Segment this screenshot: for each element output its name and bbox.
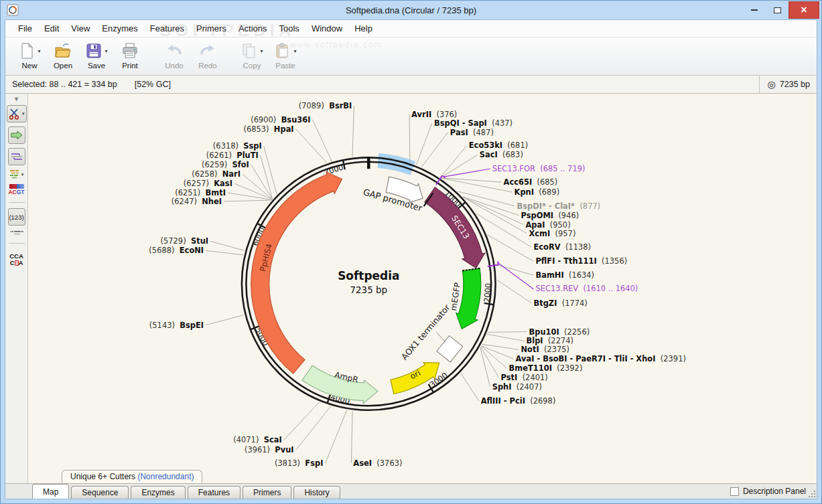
tab-sequence[interactable]: Sequence xyxy=(71,486,129,499)
enzyme-label[interactable]: BtgZI (1774) xyxy=(533,298,587,307)
paste-button[interactable]: ▾ Paste xyxy=(271,40,300,71)
tab-map[interactable]: Map xyxy=(32,484,69,499)
collapse-chevron-icon[interactable]: ▼ xyxy=(13,96,19,102)
enzyme-label[interactable]: KpnI (689) xyxy=(515,187,560,197)
enzyme-label[interactable]: BlpI (2274) xyxy=(526,336,573,345)
save-button[interactable]: ▾ Save xyxy=(82,40,111,71)
menu-window[interactable]: Window xyxy=(305,21,348,35)
menu-tools[interactable]: Tools xyxy=(273,21,305,35)
menu-features[interactable]: Features xyxy=(144,21,190,35)
enzyme-label[interactable]: Eco53kI (681) xyxy=(469,141,528,150)
redo-button[interactable]: Redo xyxy=(193,40,222,71)
open-button[interactable]: Open xyxy=(48,40,78,71)
enzyme-label[interactable]: (6247) NheI xyxy=(172,196,222,205)
ruler-button[interactable] xyxy=(10,230,23,236)
sequence-colors-button[interactable]: ACGT xyxy=(8,184,24,195)
dropdown-arrow-icon[interactable]: ▾ xyxy=(38,48,40,54)
cutters-filter-badge[interactable]: Unique 6+ Cutters (Nonredundant) xyxy=(62,470,202,483)
numbering-button[interactable]: (123) xyxy=(8,208,25,226)
enzyme-label[interactable]: (6261) PluTI xyxy=(206,151,259,160)
description-panel-checkbox[interactable] xyxy=(730,487,739,496)
enzyme-label[interactable]: PasI (487) xyxy=(450,127,494,137)
enzyme-label[interactable]: BamHI (1634) xyxy=(535,270,594,280)
menu-edit[interactable]: Edit xyxy=(38,21,65,35)
close-button[interactable]: × xyxy=(789,1,819,19)
enzyme-label[interactable]: ApaI (950) xyxy=(525,220,570,229)
plasmid-length: 7235 bp xyxy=(350,285,387,295)
enzyme-label[interactable]: (6853) HpaI xyxy=(243,124,293,133)
dropdown-arrow-icon[interactable]: ▾ xyxy=(22,111,25,116)
resize-grip[interactable] xyxy=(809,491,815,497)
dropdown-arrow-icon[interactable]: ▾ xyxy=(260,48,263,54)
enzyme-label[interactable]: AvrII (376) xyxy=(411,109,457,118)
enzyme-label[interactable]: (5688) EcoNI xyxy=(149,246,204,255)
enzyme-label[interactable]: (5143) BspEI xyxy=(149,320,204,329)
enzyme-leader-line xyxy=(480,347,498,377)
enzyme-label[interactable]: (6251) BmtI xyxy=(175,187,226,197)
enzyme-leader-line xyxy=(482,344,519,349)
dropdown-arrow-icon[interactable]: ▾ xyxy=(105,48,107,54)
primer-label[interactable]: SEC13.FOR (685 .. 719) xyxy=(492,164,586,173)
dropdown-arrow-icon[interactable]: ▾ xyxy=(293,48,296,54)
menu-actions[interactable]: Actions xyxy=(232,21,273,35)
enzymes-visibility-button[interactable]: ▾ xyxy=(7,105,27,122)
enzyme-label[interactable]: BspDI* - ClaI* (877) xyxy=(517,201,601,210)
enzyme-label[interactable]: (3813) FspI xyxy=(275,458,324,468)
undo-icon xyxy=(165,42,184,60)
enzyme-label[interactable]: Bpu10I (2256) xyxy=(529,327,590,336)
enzyme-label[interactable]: AflIII - PciI (2698) xyxy=(481,396,556,405)
tab-history[interactable]: History xyxy=(293,486,340,499)
enzyme-label[interactable]: NotI (2375) xyxy=(521,345,570,354)
maximize-button[interactable] xyxy=(766,3,789,17)
enzyme-label[interactable]: (6900) Bsu36I xyxy=(251,114,310,124)
tab-enzymes[interactable]: Enzymes xyxy=(131,486,185,499)
copy-button[interactable]: ▾ Copy xyxy=(237,40,267,71)
enzyme-label[interactable]: SacI (683) xyxy=(480,150,523,159)
plasmid-title: Softpedia xyxy=(338,269,399,282)
nonredundant-link[interactable]: (Nonredundant) xyxy=(137,472,194,481)
enzyme-label[interactable]: (4071) ScaI xyxy=(233,435,281,444)
print-button[interactable]: Print xyxy=(115,40,145,71)
enzyme-label[interactable]: AvaI - BsoBI - PaeR7I - TliI - XhoI (239… xyxy=(516,354,686,363)
enzyme-label[interactable]: XcmI (957) xyxy=(529,228,575,238)
plasmid-map-canvas[interactable]: 1000200030004000500060007000PpHIS4GAP pr… xyxy=(28,94,817,483)
minimize-button[interactable] xyxy=(743,3,766,17)
enzyme-label[interactable]: EcoRV (1138) xyxy=(533,242,591,252)
features-visibility-button[interactable] xyxy=(8,127,25,144)
enzyme-label[interactable]: PspOMI (946) xyxy=(521,210,579,220)
primer-label[interactable]: SEC13.REV (1610 .. 1640) xyxy=(535,284,638,294)
enzyme-label[interactable]: PstI (2401) xyxy=(501,373,548,382)
dropdown-arrow-icon[interactable]: ▾ xyxy=(21,172,24,177)
enzyme-label[interactable]: (3961) PvuI xyxy=(245,445,294,454)
menu-enzymes[interactable]: Enzymes xyxy=(96,21,143,35)
printer-icon xyxy=(121,42,139,60)
feature-box[interactable] xyxy=(437,335,463,361)
scissors-icon xyxy=(9,108,19,120)
menu-file[interactable]: File xyxy=(12,21,38,35)
enzyme-label[interactable]: (6259) SfoI xyxy=(202,160,249,169)
enzyme-label[interactable]: (5729) StuI xyxy=(161,236,209,246)
enzyme-label[interactable]: AseI (3763) xyxy=(353,458,402,468)
enzyme-label[interactable]: (6257) KasI xyxy=(184,179,232,188)
new-button[interactable]: ▾ New xyxy=(15,40,44,71)
enzyme-label[interactable]: SphI (2407) xyxy=(492,382,542,392)
menu-help[interactable]: Help xyxy=(348,21,379,35)
primers-visibility-button[interactable] xyxy=(8,148,25,165)
enzyme-leader-line xyxy=(463,197,519,216)
title-bar[interactable]: Softpedia.dna (Circular / 7235 bp) × xyxy=(1,1,821,19)
enzyme-label[interactable]: PflFI - Tth111I (1356) xyxy=(535,256,627,266)
enzyme-label[interactable]: (6258) NarI xyxy=(192,169,241,179)
menu-view[interactable]: View xyxy=(65,21,96,35)
enzyme-label[interactable]: BspQI - SapI (437) xyxy=(434,118,512,127)
enzyme-label[interactable]: Acc65I (685) xyxy=(504,177,558,187)
enzyme-label[interactable]: (6318) SspI xyxy=(213,141,262,151)
tab-primers[interactable]: Primers xyxy=(243,486,291,499)
enzyme-label[interactable]: BmeT110I (2392) xyxy=(509,363,583,373)
undo-button[interactable]: Undo xyxy=(159,40,189,71)
orfs-button[interactable]: ▾ xyxy=(9,169,24,180)
flanking-bases-button[interactable]: CCA CA xyxy=(9,253,23,266)
plasmid-map[interactable]: 1000200030004000500060007000PpHIS4GAP pr… xyxy=(28,94,817,483)
enzyme-label[interactable]: (7089) BsrBI xyxy=(299,100,352,110)
menu-primers[interactable]: Primers xyxy=(190,21,232,35)
tab-features[interactable]: Features xyxy=(188,486,241,499)
